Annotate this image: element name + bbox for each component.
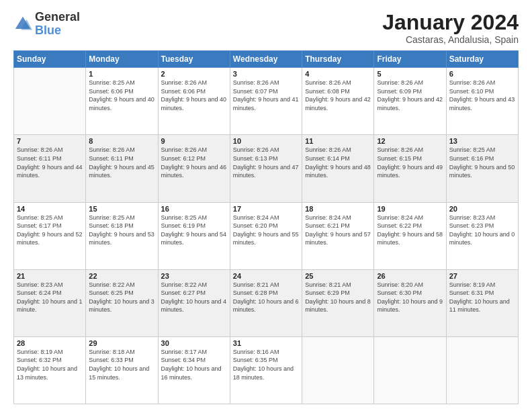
page: General Blue January 2024 Castaras, Anda… [0,0,532,411]
calendar-cell: 5Sunrise: 8:26 AMSunset: 6:09 PMDaylight… [374,68,446,135]
day-info: Sunrise: 8:24 AMSunset: 6:22 PMDaylight:… [377,214,443,247]
calendar-cell: 12Sunrise: 8:26 AMSunset: 6:15 PMDayligh… [374,135,446,202]
day-info: Sunrise: 8:23 AMSunset: 6:23 PMDaylight:… [449,214,515,247]
header-monday: Monday [86,51,158,68]
calendar-cell [302,336,374,404]
day-info: Sunrise: 8:25 AMSunset: 6:17 PMDaylight:… [17,214,83,247]
calendar-week-row: 1Sunrise: 8:25 AMSunset: 6:06 PMDaylight… [14,68,519,135]
day-number: 24 [233,272,299,280]
day-info: Sunrise: 8:17 AMSunset: 6:34 PMDaylight:… [161,348,227,381]
calendar-cell: 16Sunrise: 8:25 AMSunset: 6:19 PMDayligh… [158,202,230,269]
day-info: Sunrise: 8:26 AMSunset: 6:15 PMDaylight:… [377,146,443,179]
title-section: January 2024 Castaras, Andalusia, Spain [382,11,519,45]
day-number: 8 [89,137,154,145]
day-number: 2 [161,70,227,78]
day-number: 3 [233,70,299,78]
calendar-cell: 22Sunrise: 8:22 AMSunset: 6:25 PMDayligh… [86,269,158,336]
calendar-cell: 8Sunrise: 8:26 AMSunset: 6:11 PMDaylight… [86,135,158,202]
calendar-cell: 1Sunrise: 8:25 AMSunset: 6:06 PMDaylight… [86,68,158,135]
day-info: Sunrise: 8:21 AMSunset: 6:28 PMDaylight:… [233,281,299,314]
calendar-cell: 31Sunrise: 8:16 AMSunset: 6:35 PMDayligh… [230,336,302,404]
day-info: Sunrise: 8:25 AMSunset: 6:18 PMDaylight:… [89,214,154,247]
calendar-cell: 23Sunrise: 8:22 AMSunset: 6:27 PMDayligh… [158,269,230,336]
calendar-cell: 14Sunrise: 8:25 AMSunset: 6:17 PMDayligh… [14,202,86,269]
day-info: Sunrise: 8:24 AMSunset: 6:20 PMDaylight:… [233,214,299,247]
calendar-cell: 19Sunrise: 8:24 AMSunset: 6:22 PMDayligh… [374,202,446,269]
day-info: Sunrise: 8:25 AMSunset: 6:16 PMDaylight:… [449,146,515,179]
day-number: 22 [89,272,154,280]
calendar-cell: 10Sunrise: 8:26 AMSunset: 6:13 PMDayligh… [230,135,302,202]
day-number: 28 [17,339,83,347]
day-number: 15 [89,205,154,213]
calendar-cell: 24Sunrise: 8:21 AMSunset: 6:28 PMDayligh… [230,269,302,336]
logo-blue: Blue [35,24,61,37]
day-number: 18 [305,205,371,213]
day-info: Sunrise: 8:26 AMSunset: 6:11 PMDaylight:… [89,146,154,179]
day-number: 19 [377,205,443,213]
header-sunday: Sunday [14,51,86,68]
day-number: 31 [233,339,299,347]
calendar-week-row: 7Sunrise: 8:26 AMSunset: 6:11 PMDaylight… [14,135,519,202]
header-friday: Friday [374,51,446,68]
day-number: 7 [17,137,83,145]
day-info: Sunrise: 8:25 AMSunset: 6:06 PMDaylight:… [89,79,154,112]
day-info: Sunrise: 8:22 AMSunset: 6:27 PMDaylight:… [161,281,227,314]
day-number: 6 [449,70,515,78]
day-number: 9 [161,137,227,145]
day-number: 4 [305,70,371,78]
calendar-cell: 11Sunrise: 8:26 AMSunset: 6:14 PMDayligh… [302,135,374,202]
day-number: 30 [161,339,227,347]
calendar-cell: 6Sunrise: 8:26 AMSunset: 6:10 PMDaylight… [446,68,518,135]
calendar-cell: 2Sunrise: 8:26 AMSunset: 6:06 PMDaylight… [158,68,230,135]
calendar-cell: 30Sunrise: 8:17 AMSunset: 6:34 PMDayligh… [158,336,230,404]
day-info: Sunrise: 8:19 AMSunset: 6:32 PMDaylight:… [17,348,83,381]
month-title: January 2024 [382,11,519,34]
day-info: Sunrise: 8:26 AMSunset: 6:13 PMDaylight:… [233,146,299,179]
calendar-cell: 20Sunrise: 8:23 AMSunset: 6:23 PMDayligh… [446,202,518,269]
calendar-cell [374,336,446,404]
calendar-cell: 7Sunrise: 8:26 AMSunset: 6:11 PMDaylight… [14,135,86,202]
day-number: 16 [161,205,227,213]
day-number: 23 [161,272,227,280]
logo-text: General Blue [35,11,80,38]
calendar-table: Sunday Monday Tuesday Wednesday Thursday… [13,50,519,404]
calendar-week-row: 14Sunrise: 8:25 AMSunset: 6:17 PMDayligh… [14,202,519,269]
calendar-cell: 4Sunrise: 8:26 AMSunset: 6:08 PMDaylight… [302,68,374,135]
header: General Blue January 2024 Castaras, Anda… [13,11,519,45]
day-number: 25 [305,272,371,280]
calendar-cell: 27Sunrise: 8:19 AMSunset: 6:31 PMDayligh… [446,269,518,336]
day-number: 29 [89,339,154,347]
day-info: Sunrise: 8:22 AMSunset: 6:25 PMDaylight:… [89,281,154,314]
day-number: 12 [377,137,443,145]
day-info: Sunrise: 8:16 AMSunset: 6:35 PMDaylight:… [233,348,299,381]
calendar-cell: 18Sunrise: 8:24 AMSunset: 6:21 PMDayligh… [302,202,374,269]
calendar-cell: 17Sunrise: 8:24 AMSunset: 6:20 PMDayligh… [230,202,302,269]
calendar-cell: 13Sunrise: 8:25 AMSunset: 6:16 PMDayligh… [446,135,518,202]
calendar-cell [14,68,86,135]
day-number: 21 [17,272,83,280]
calendar-cell: 29Sunrise: 8:18 AMSunset: 6:33 PMDayligh… [86,336,158,404]
day-info: Sunrise: 8:26 AMSunset: 6:06 PMDaylight:… [161,79,227,112]
day-info: Sunrise: 8:24 AMSunset: 6:21 PMDaylight:… [305,214,371,247]
day-info: Sunrise: 8:25 AMSunset: 6:19 PMDaylight:… [161,214,227,247]
day-number: 17 [233,205,299,213]
header-tuesday: Tuesday [158,51,230,68]
day-number: 20 [449,205,515,213]
calendar-week-row: 21Sunrise: 8:23 AMSunset: 6:24 PMDayligh… [14,269,519,336]
calendar-cell: 28Sunrise: 8:19 AMSunset: 6:32 PMDayligh… [14,336,86,404]
header-wednesday: Wednesday [230,51,302,68]
calendar-cell: 15Sunrise: 8:25 AMSunset: 6:18 PMDayligh… [86,202,158,269]
day-info: Sunrise: 8:26 AMSunset: 6:07 PMDaylight:… [233,79,299,112]
day-info: Sunrise: 8:26 AMSunset: 6:09 PMDaylight:… [377,79,443,112]
header-saturday: Saturday [446,51,518,68]
logo-icon [13,15,32,34]
logo: General Blue [13,11,80,38]
calendar-cell: 9Sunrise: 8:26 AMSunset: 6:12 PMDaylight… [158,135,230,202]
day-number: 11 [305,137,371,145]
day-info: Sunrise: 8:19 AMSunset: 6:31 PMDaylight:… [449,281,515,314]
calendar-header-row: Sunday Monday Tuesday Wednesday Thursday… [14,51,519,68]
day-info: Sunrise: 8:21 AMSunset: 6:29 PMDaylight:… [305,281,371,314]
day-number: 13 [449,137,515,145]
logo-general: General [35,10,80,24]
header-thursday: Thursday [302,51,374,68]
